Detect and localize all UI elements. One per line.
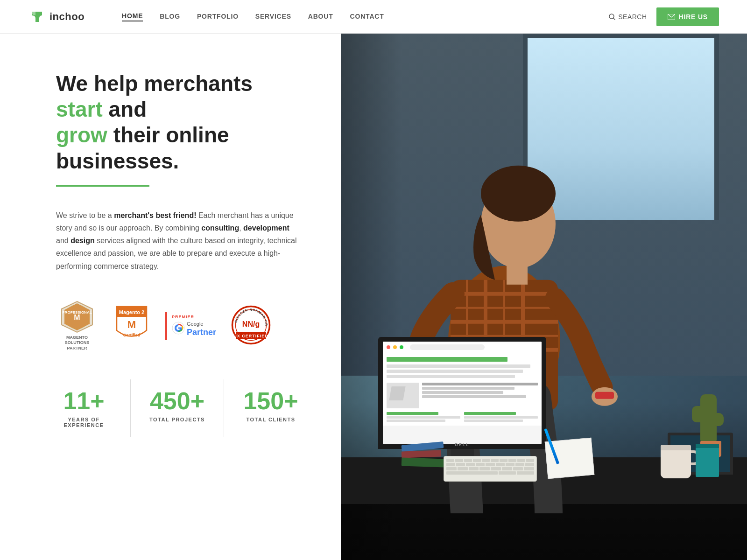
cactus-main [700,394,717,441]
stat-projects: 450+ TOTAL PROJECTS [149,379,224,437]
badge-google-partner: PREMIER Google Part [165,312,216,340]
key [517,459,525,462]
notepad [545,438,595,479]
key [456,463,465,466]
hire-us-button[interactable]: HIRE US [656,7,719,26]
screen-boxes [387,383,538,408]
screen-title [387,357,507,362]
key [524,467,534,470]
key [513,467,523,470]
nav-contact[interactable]: CONTACT [350,13,384,21]
mug-rim [661,445,691,450]
key [482,459,490,462]
keyboard-row3 [446,467,534,470]
screen-box1 [387,383,419,408]
stat-projects-number: 450+ [149,389,205,413]
hero-title-green2: grow [56,123,107,147]
book2 [402,450,441,458]
nav-portfolio[interactable]: PORTFOLIO [197,13,239,21]
main-navigation: HOME BLOG PORTFOLIO SERVICES ABOUT CONTA… [85,12,384,21]
hero-description: We strive to be a merchant's best friend… [56,209,303,273]
search-icon [609,14,615,20]
mug-body [661,445,691,478]
hire-us-label: HIRE US [679,13,708,21]
google-partner-label: Partner [187,328,216,337]
badge-magento2: Magento 2 M Certified [113,305,150,347]
logo[interactable]: inchoo [28,8,85,26]
cactus-arm-left [692,406,701,422]
key [500,459,507,462]
key [491,459,499,462]
screen-col1-line1 [387,416,460,419]
hero-background: DELL [341,34,747,560]
magento-pro-badge-icon: PROFESSIONAL M [61,301,93,333]
search-button[interactable]: SEARCH [609,13,647,21]
stat-experience-label: YEARS OF EXPERIENCE [56,417,112,428]
svg-text:UX CERTIFIED: UX CERTIFIED [233,334,268,338]
bold-design: design [70,237,95,245]
stat-clients-label: TOTAL CLIENTS [243,417,299,422]
search-label: SEARCH [618,13,647,21]
key [464,459,472,462]
google-premier-label: PREMIER [172,315,194,319]
svg-rect-35 [595,392,614,399]
hero-title-part1: We help merchants [56,71,253,96]
screen-url-bar [410,344,485,350]
key [496,463,505,466]
stat-projects-label: TOTAL PROJECTS [149,417,205,422]
key [446,459,454,462]
monitor-bezel: DELL [378,337,546,449]
screen-body [383,353,542,426]
key [491,467,501,470]
key [473,459,481,462]
nav-blog[interactable]: BLOG [160,13,180,21]
screen-line3 [387,375,515,378]
book3 [402,457,446,467]
badge-magento-pro-label: MAGENTOSOLUTIONSPARTNER [65,335,90,351]
site-header: inchoo HOME BLOG PORTFOLIO SERVICES ABOU… [0,0,747,34]
spacebar [446,471,498,475]
screen-line1 [387,364,530,368]
bold-development: development [243,224,289,232]
nav-about[interactable]: ABOUT [308,13,333,21]
key [466,463,475,466]
key [479,467,490,470]
svg-text:M: M [74,314,80,322]
key [458,467,468,470]
hero-title-part2: and [103,97,147,121]
logo-text: inchoo [49,11,85,23]
keyboard-row4 [446,471,534,475]
key [455,459,463,462]
key [506,463,514,466]
hero-section: We help merchants start andgrow their on… [0,34,341,560]
magento2-badge-icon: Magento 2 M Certified [113,305,150,347]
key [517,471,534,475]
coffee-mug [661,445,691,478]
stat-clients-number: 150+ [243,389,299,413]
keyboard [444,456,537,482]
stats-row: 11+ YEARS OF EXPERIENCE 450+ TOTAL PROJE… [56,379,303,437]
main-content: We help merchants start andgrow their on… [0,34,747,560]
keyboard-row1 [446,459,534,462]
hero-image-panel: DELL [341,34,747,560]
envelope-icon [668,14,675,20]
screen-dot-green [400,345,403,349]
nav-services[interactable]: SERVICES [255,13,291,21]
hero-title-green1: start [56,97,103,121]
google-label: Google [187,321,203,327]
notebook-spine [696,444,719,448]
key [525,463,534,466]
nav-home[interactable]: HOME [122,12,143,21]
screen-col1 [387,412,460,422]
screen-subline2 [422,387,514,390]
screen-dot-yellow [393,345,397,349]
svg-text:NN/g: NN/g [242,320,260,328]
books-stack [402,443,446,467]
key [515,463,524,466]
keyboard-row2 [446,463,534,466]
header-actions: SEARCH HIRE US [609,7,719,26]
nav-menu: HOME BLOG PORTFOLIO SERVICES ABOUT CONTA… [122,12,384,21]
svg-point-32 [481,166,556,222]
key [502,467,512,470]
key [476,463,485,466]
